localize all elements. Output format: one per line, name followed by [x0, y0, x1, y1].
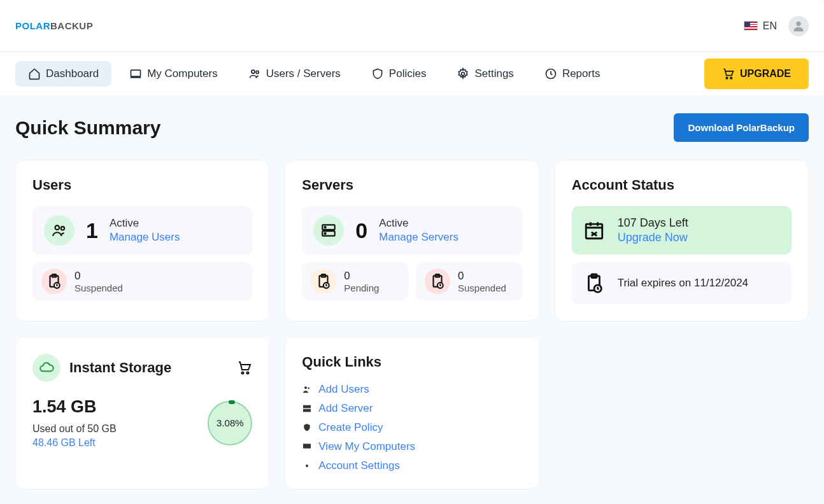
- manage-users-link[interactable]: Manage Users: [110, 231, 180, 244]
- svg-point-34: [306, 465, 308, 467]
- servers-suspended-count: 0: [458, 270, 506, 283]
- summary-grid: Users 1 Active Manage Users 0: [15, 160, 809, 321]
- manage-servers-link[interactable]: Manage Servers: [379, 231, 458, 244]
- nav-computers-label: My Computers: [147, 67, 218, 80]
- servers-pending-count: 0: [344, 270, 379, 283]
- svg-rect-23: [586, 224, 602, 239]
- calendar-x-icon: [583, 220, 605, 241]
- svg-rect-33: [303, 444, 311, 448]
- account-status-card: Account Status 107 Days Left Upgrade Now…: [555, 160, 809, 321]
- nav-reports[interactable]: Reports: [532, 61, 613, 87]
- cart-icon[interactable]: [237, 360, 252, 375]
- nav-computers[interactable]: My Computers: [117, 61, 231, 87]
- topbar: POLARBACKUP EN: [0, 0, 824, 52]
- cart-icon: [722, 67, 735, 80]
- nav-users-servers[interactable]: Users / Servers: [236, 61, 353, 87]
- storage-used: 1.54 GB: [32, 397, 117, 417]
- nav-policies[interactable]: Policies: [359, 61, 439, 87]
- server-icon: [302, 403, 312, 414]
- servers-pending-icon-circle: [311, 269, 336, 294]
- avatar[interactable]: [788, 16, 809, 36]
- servers-pending-label: Pending: [344, 283, 379, 293]
- svg-point-16: [325, 233, 326, 234]
- language-selector[interactable]: EN: [744, 20, 777, 32]
- cloud-icon-circle: [32, 354, 60, 382]
- svg-point-29: [304, 386, 307, 389]
- logo-text-backup: BACKUP: [50, 20, 93, 31]
- nav-settings-label: Settings: [474, 67, 513, 80]
- trial-expires-row: Trial expires on 11/12/2024: [572, 262, 792, 304]
- logo[interactable]: POLARBACKUP: [15, 20, 93, 31]
- servers-icon-circle: [313, 215, 344, 246]
- users-suspended-count: 0: [75, 270, 123, 283]
- quick-links-card: Quick Links Add Users Add Server Create …: [285, 337, 539, 489]
- svg-point-30: [308, 388, 310, 389]
- nav-dashboard[interactable]: Dashboard: [15, 61, 111, 87]
- quick-link-view-computers-label: View My Computers: [318, 440, 415, 453]
- upgrade-button-label: UPGRADE: [740, 68, 791, 80]
- cloud-icon: [38, 360, 55, 376]
- servers-suspended-icon-circle: [425, 269, 450, 294]
- svg-point-8: [55, 225, 60, 230]
- servers-pending-stat: 0 Pending: [302, 262, 408, 300]
- svg-point-6: [726, 77, 728, 79]
- storage-percent: 3.08%: [217, 417, 244, 428]
- nav-users-label: Users / Servers: [266, 67, 341, 80]
- storage-left: 48.46 GB Left: [32, 437, 117, 449]
- quick-link-add-server[interactable]: Add Server: [302, 402, 522, 415]
- shield-icon: [302, 423, 312, 433]
- gear-icon: [457, 67, 469, 80]
- logo-text-polar: POLAR: [15, 20, 50, 31]
- header-row: Quick Summary Download PolarBackup: [15, 113, 809, 142]
- nav-settings[interactable]: Settings: [444, 61, 526, 87]
- svg-point-15: [325, 227, 326, 228]
- svg-point-28: [247, 372, 249, 374]
- users-card: Users 1 Active Manage Users 0: [15, 160, 269, 321]
- servers-count: 0: [355, 218, 367, 243]
- server-icon: [320, 222, 337, 239]
- quick-links-title: Quick Links: [302, 354, 522, 370]
- svg-point-7: [730, 77, 732, 79]
- users-icon: [248, 67, 261, 80]
- quick-link-add-users-label: Add Users: [318, 383, 369, 396]
- users-title: Users: [32, 177, 252, 193]
- quick-link-create-policy[interactable]: Create Policy: [302, 421, 522, 434]
- upgrade-button[interactable]: UPGRADE: [704, 59, 809, 89]
- quick-link-view-computers[interactable]: View My Computers: [302, 440, 522, 453]
- servers-suspended-label: Suspended: [458, 283, 506, 293]
- nav-dashboard-label: Dashboard: [46, 67, 99, 80]
- users-suspended-label: Suspended: [75, 283, 123, 293]
- users-icon-circle: [44, 215, 75, 246]
- empty-cell: [555, 337, 809, 489]
- storage-percent-circle: 3.08%: [208, 401, 252, 445]
- gear-icon: [302, 461, 312, 471]
- navbar: Dashboard My Computers Users / Servers P…: [0, 52, 824, 95]
- quick-link-account-settings[interactable]: Account Settings: [302, 459, 522, 472]
- us-flag-icon: [744, 21, 758, 31]
- download-button[interactable]: Download PolarBackup: [674, 113, 809, 142]
- users-suspended-stat: 0 Suspended: [32, 262, 252, 300]
- servers-suspended-stat: 0 Suspended: [416, 262, 522, 300]
- servers-active-label: Active: [379, 217, 458, 230]
- quick-link-add-users[interactable]: Add Users: [302, 383, 522, 396]
- servers-active-row: 0 Active Manage Servers: [302, 206, 522, 255]
- lower-grid: Instant Storage 1.54 GB Used out of 50 G…: [15, 337, 809, 489]
- users-count: 1: [86, 218, 98, 243]
- svg-point-27: [242, 372, 244, 374]
- svg-rect-31: [303, 405, 311, 409]
- quick-link-add-server-label: Add Server: [318, 402, 373, 415]
- laptop-icon: [302, 442, 312, 452]
- home-icon: [28, 67, 41, 80]
- users-active-row: 1 Active Manage Users: [32, 206, 252, 255]
- quick-link-account-settings-label: Account Settings: [318, 459, 400, 472]
- page-title: Quick Summary: [15, 117, 160, 139]
- user-icon: [792, 19, 806, 33]
- servers-card: Servers 0 Active Manage Servers 0: [285, 160, 539, 321]
- svg-point-3: [256, 71, 259, 73]
- clipboard-clock-icon: [583, 272, 605, 294]
- clipboard-clock-icon: [46, 273, 62, 290]
- users-active-label: Active: [110, 217, 180, 230]
- upgrade-now-link[interactable]: Upgrade Now: [618, 231, 688, 244]
- quick-link-create-policy-label: Create Policy: [318, 421, 383, 434]
- topbar-right: EN: [744, 16, 809, 36]
